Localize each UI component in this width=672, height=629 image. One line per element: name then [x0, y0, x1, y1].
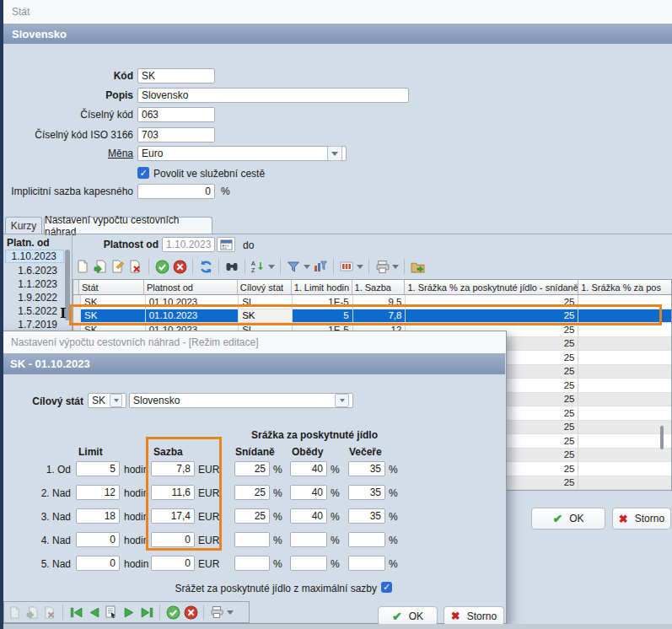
- breakfast-field[interactable]: 25: [234, 508, 270, 524]
- percent-unit: %: [389, 558, 398, 570]
- ok-button[interactable]: ✔ OK: [531, 508, 605, 530]
- implicitni-field[interactable]: 0: [137, 184, 215, 199]
- povolit-checkbox[interactable]: ✓: [137, 167, 149, 179]
- breakfast-field[interactable]: 25: [234, 485, 270, 500]
- cancel-icon[interactable]: [183, 605, 198, 620]
- edit-dialog: Nastavení výpočtu cestovních náhrad - [R…: [0, 331, 507, 624]
- cilovy-stat-name-combobox[interactable]: Slovensko: [129, 393, 353, 408]
- limit-field[interactable]: 0: [76, 556, 120, 571]
- print-dropdown-icon[interactable]: [227, 610, 234, 615]
- date-list-item[interactable]: 1.5.2022: [5, 304, 64, 318]
- accept-icon[interactable]: [165, 605, 180, 620]
- dinner-field[interactable]: 35: [348, 485, 385, 500]
- record-list-icon[interactable]: [104, 605, 119, 620]
- print-icon[interactable]: [209, 605, 224, 620]
- import-record-icon[interactable]: [24, 605, 40, 620]
- percent-unit: %: [273, 464, 282, 476]
- dinner-field[interactable]: 35: [348, 461, 385, 476]
- accept-icon[interactable]: [154, 259, 169, 274]
- new-document-icon[interactable]: [75, 259, 90, 274]
- filter-values-icon[interactable]: [313, 259, 328, 274]
- delete-record-icon[interactable]: [128, 259, 143, 274]
- breakfast-field[interactable]: [234, 556, 270, 571]
- column-header[interactable]: Cílový stat: [238, 280, 292, 294]
- first-record-icon[interactable]: [68, 605, 83, 620]
- dinner-field[interactable]: [348, 532, 385, 547]
- platnost-od-date-field[interactable]: 1.10.2023: [162, 237, 215, 252]
- next-record-icon[interactable]: [121, 605, 137, 620]
- columns-dropdown-icon[interactable]: [357, 265, 363, 269]
- filter-icon[interactable]: [286, 259, 301, 274]
- storno-button[interactable]: ✖ Storno: [612, 508, 671, 530]
- dialog-toolbar: [3, 601, 250, 623]
- date-list-item[interactable]: 1.10.2023: [5, 250, 64, 263]
- print-dropdown-icon[interactable]: [392, 265, 399, 269]
- cilovy-stat-code-combobox[interactable]: SK: [88, 393, 126, 408]
- column-header[interactable]: 1. Sazba: [352, 280, 406, 294]
- window-bottom-strip: [3, 624, 672, 629]
- column-header[interactable]: Platnost od: [144, 280, 238, 294]
- percent-unit: %: [389, 464, 398, 476]
- sort-az-icon[interactable]: AZ: [250, 259, 266, 274]
- search-binoculars-icon[interactable]: [224, 259, 239, 274]
- chevron-down-icon[interactable]: [327, 146, 342, 161]
- lunch-field[interactable]: 40: [290, 485, 327, 500]
- dinner-field[interactable]: 35: [348, 508, 385, 524]
- lunch-field[interactable]: [290, 532, 327, 547]
- dialog-ok-button[interactable]: ✔ OK: [378, 606, 438, 626]
- lunch-field[interactable]: [290, 556, 327, 571]
- print-icon[interactable]: [374, 259, 390, 274]
- max-rate-checkbox[interactable]: ✓: [381, 582, 392, 593]
- popis-field[interactable]: Slovensko: [137, 88, 409, 103]
- import-record-icon[interactable]: [93, 259, 108, 274]
- main-window-titlebar: Stát: [3, 0, 672, 24]
- chevron-down-icon[interactable]: [335, 394, 349, 407]
- breakfast-field[interactable]: 25: [234, 461, 270, 476]
- rate-field[interactable]: 0: [151, 556, 195, 571]
- dialog-storno-button[interactable]: ✖ Storno: [444, 606, 504, 626]
- column-header[interactable]: 1. Srážka % za poskytnuté jídlo - snídan…: [405, 280, 578, 294]
- tab-kurzy[interactable]: Kurzy: [5, 217, 42, 234]
- refresh-icon[interactable]: [198, 259, 213, 274]
- date-list-item[interactable]: 1.1.2023: [5, 277, 64, 291]
- calendar-button[interactable]: [217, 237, 235, 252]
- filter-dropdown-icon[interactable]: [304, 265, 310, 269]
- new-document-icon[interactable]: [7, 605, 22, 620]
- kod-field[interactable]: SK: [137, 68, 215, 83]
- column-header[interactable]: 1. Srážka % za pos: [578, 280, 671, 294]
- kod-label: Kód: [7, 70, 133, 82]
- edit-record-icon[interactable]: [110, 259, 126, 274]
- cancel-icon[interactable]: [172, 259, 187, 274]
- lunch-field[interactable]: 40: [290, 461, 327, 476]
- limit-column-header: Limit: [78, 446, 103, 458]
- lunch-field[interactable]: 40: [290, 508, 327, 524]
- previous-record-icon[interactable]: [86, 605, 101, 620]
- column-header[interactable]: Stát: [79, 280, 144, 294]
- svg-text:Z: Z: [251, 267, 255, 273]
- limit-field[interactable]: 18: [76, 508, 120, 524]
- export-folder-icon[interactable]: [410, 259, 425, 274]
- iso-kod-field[interactable]: 703: [137, 127, 215, 142]
- percent-unit: %: [273, 511, 282, 523]
- mena-combobox[interactable]: Euro: [137, 146, 347, 161]
- limit-field[interactable]: 0: [76, 532, 120, 547]
- hours-unit: hodin: [124, 558, 148, 570]
- ciselny-kod-field[interactable]: 063: [137, 107, 215, 122]
- columns-icon[interactable]: [339, 259, 354, 274]
- table-scrollbar[interactable]: [660, 426, 664, 449]
- tab-nastaveni-nahrad[interactable]: Nastavení vypočtu cestovních náhrad: [44, 217, 212, 234]
- percent-unit: %: [389, 487, 398, 499]
- breakfast-field[interactable]: [234, 532, 270, 547]
- last-record-icon[interactable]: [139, 605, 154, 620]
- limit-field[interactable]: 5: [76, 461, 120, 476]
- column-header[interactable]: 1. Limit hodin: [292, 280, 352, 294]
- date-list-item[interactable]: 1.9.2022: [5, 291, 64, 304]
- chevron-down-icon[interactable]: [110, 394, 122, 407]
- limit-field[interactable]: 12: [76, 485, 120, 500]
- date-list-item[interactable]: 1.6.2023: [5, 264, 64, 277]
- delete-record-icon[interactable]: [42, 605, 57, 620]
- date-list-item[interactable]: 1.7.2019: [5, 318, 64, 331]
- check-icon: ✓: [383, 583, 390, 592]
- dinner-field[interactable]: [348, 556, 385, 571]
- sort-dropdown-icon[interactable]: [268, 265, 275, 269]
